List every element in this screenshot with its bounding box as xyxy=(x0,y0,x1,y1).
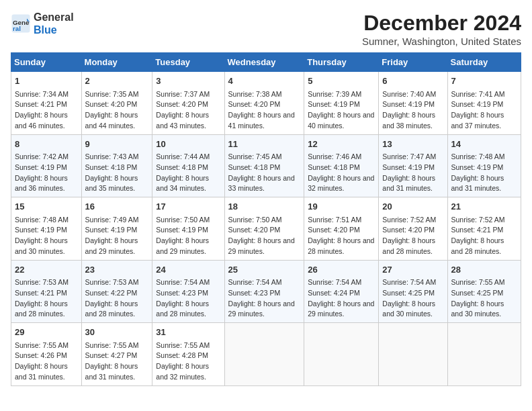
daylight-text: Daylight: 8 hours and 31 minutes. xyxy=(451,174,504,193)
day-header-tuesday: Tuesday xyxy=(152,53,224,72)
calendar-header-row: SundayMondayTuesdayWednesdayThursdayFrid… xyxy=(11,53,521,72)
day-number: 19 xyxy=(308,200,375,214)
calendar-cell: 22Sunrise: 7:53 AMSunset: 4:21 PMDayligh… xyxy=(11,260,82,323)
sunrise-text: Sunrise: 7:45 AM xyxy=(228,152,282,161)
sunrise-text: Sunrise: 7:47 AM xyxy=(382,152,436,161)
sunset-text: Sunset: 4:25 PM xyxy=(451,289,504,297)
sunset-text: Sunset: 4:24 PM xyxy=(308,289,360,297)
sunrise-text: Sunrise: 7:55 AM xyxy=(451,278,505,286)
sunset-text: Sunset: 4:18 PM xyxy=(85,163,138,171)
sunset-text: Sunset: 4:26 PM xyxy=(15,351,67,359)
day-number: 4 xyxy=(228,75,301,88)
sunrise-text: Sunrise: 7:53 AM xyxy=(15,278,69,286)
day-number: 27 xyxy=(382,263,443,277)
calendar-cell: 24Sunrise: 7:54 AMSunset: 4:23 PMDayligh… xyxy=(152,260,224,323)
sunset-text: Sunset: 4:19 PM xyxy=(156,226,208,234)
calendar-week-row: 1Sunrise: 7:34 AMSunset: 4:21 PMDaylight… xyxy=(11,72,521,135)
daylight-text: Daylight: 8 hours and 33 minutes. xyxy=(228,174,295,193)
sunrise-text: Sunrise: 7:54 AM xyxy=(156,278,210,286)
day-number: 18 xyxy=(228,200,301,214)
calendar-cell: 19Sunrise: 7:51 AMSunset: 4:20 PMDayligh… xyxy=(304,197,379,261)
sunset-text: Sunset: 4:19 PM xyxy=(15,226,67,234)
daylight-text: Daylight: 8 hours and 28 minutes. xyxy=(308,236,374,255)
calendar-cell: 9Sunrise: 7:43 AMSunset: 4:18 PMDaylight… xyxy=(81,134,152,197)
daylight-text: Daylight: 8 hours and 32 minutes. xyxy=(156,362,209,381)
day-number: 5 xyxy=(308,75,375,88)
day-number: 31 xyxy=(156,326,220,339)
sunset-text: Sunset: 4:19 PM xyxy=(85,226,138,234)
day-number: 17 xyxy=(156,200,220,214)
calendar-cell: 17Sunrise: 7:50 AMSunset: 4:19 PMDayligh… xyxy=(152,197,224,261)
sunset-text: Sunset: 4:19 PM xyxy=(451,100,504,108)
calendar-cell xyxy=(379,323,447,386)
day-number: 7 xyxy=(451,75,517,88)
calendar-cell: 23Sunrise: 7:53 AMSunset: 4:22 PMDayligh… xyxy=(81,260,152,323)
calendar-cell: 30Sunrise: 7:55 AMSunset: 4:27 PMDayligh… xyxy=(81,323,152,386)
daylight-text: Daylight: 8 hours and 36 minutes. xyxy=(15,174,68,193)
calendar-cell: 6Sunrise: 7:40 AMSunset: 4:19 PMDaylight… xyxy=(379,72,447,135)
calendar-cell: 16Sunrise: 7:49 AMSunset: 4:19 PMDayligh… xyxy=(81,197,152,261)
calendar-cell: 7Sunrise: 7:41 AMSunset: 4:19 PMDaylight… xyxy=(447,72,521,135)
daylight-text: Daylight: 8 hours and 38 minutes. xyxy=(382,111,435,130)
sunset-text: Sunset: 4:19 PM xyxy=(308,100,360,108)
day-number: 28 xyxy=(451,263,517,277)
calendar-cell: 26Sunrise: 7:54 AMSunset: 4:24 PMDayligh… xyxy=(304,260,379,323)
sunrise-text: Sunrise: 7:48 AM xyxy=(15,216,69,224)
day-header-wednesday: Wednesday xyxy=(224,53,304,72)
sunrise-text: Sunrise: 7:50 AM xyxy=(156,216,210,224)
day-number: 29 xyxy=(15,326,78,339)
day-number: 20 xyxy=(382,200,443,214)
sunrise-text: Sunrise: 7:41 AM xyxy=(451,90,505,98)
day-number: 11 xyxy=(228,138,301,151)
sunrise-text: Sunrise: 7:55 AM xyxy=(15,341,69,349)
calendar-cell: 4Sunrise: 7:38 AMSunset: 4:20 PMDaylight… xyxy=(224,72,304,135)
calendar-cell: 14Sunrise: 7:48 AMSunset: 4:19 PMDayligh… xyxy=(447,134,521,197)
sunrise-text: Sunrise: 7:48 AM xyxy=(451,152,505,161)
calendar-cell: 11Sunrise: 7:45 AMSunset: 4:18 PMDayligh… xyxy=(224,134,304,197)
calendar-cell: 10Sunrise: 7:44 AMSunset: 4:18 PMDayligh… xyxy=(152,134,224,197)
calendar-week-row: 29Sunrise: 7:55 AMSunset: 4:26 PMDayligh… xyxy=(11,323,521,386)
sunset-text: Sunset: 4:27 PM xyxy=(85,351,138,359)
daylight-text: Daylight: 8 hours and 37 minutes. xyxy=(451,111,504,130)
daylight-text: Daylight: 8 hours and 40 minutes. xyxy=(308,111,374,130)
daylight-text: Daylight: 8 hours and 34 minutes. xyxy=(156,174,209,193)
sunrise-text: Sunrise: 7:43 AM xyxy=(85,152,139,161)
day-number: 16 xyxy=(85,200,149,214)
sunrise-text: Sunrise: 7:51 AM xyxy=(308,216,361,224)
day-number: 10 xyxy=(156,138,220,151)
sunset-text: Sunset: 4:28 PM xyxy=(156,351,208,359)
day-number: 23 xyxy=(85,263,149,277)
day-number: 25 xyxy=(228,263,301,277)
daylight-text: Daylight: 8 hours and 28 minutes. xyxy=(451,236,504,255)
sunset-text: Sunset: 4:19 PM xyxy=(382,163,435,171)
sunset-text: Sunset: 4:20 PM xyxy=(308,226,360,234)
day-header-thursday: Thursday xyxy=(304,53,379,72)
day-number: 3 xyxy=(156,75,220,88)
calendar-week-row: 8Sunrise: 7:42 AMSunset: 4:19 PMDaylight… xyxy=(11,134,521,197)
sunrise-text: Sunrise: 7:35 AM xyxy=(85,90,139,98)
calendar-cell xyxy=(304,323,379,386)
day-number: 9 xyxy=(85,138,149,151)
calendar-cell: 1Sunrise: 7:34 AMSunset: 4:21 PMDaylight… xyxy=(11,72,82,135)
sunset-text: Sunset: 4:23 PM xyxy=(228,289,281,297)
sunset-text: Sunset: 4:23 PM xyxy=(156,289,208,297)
day-number: 26 xyxy=(308,263,375,277)
daylight-text: Daylight: 8 hours and 29 minutes. xyxy=(228,236,295,255)
day-number: 15 xyxy=(15,200,78,214)
calendar-cell: 12Sunrise: 7:46 AMSunset: 4:18 PMDayligh… xyxy=(304,134,379,197)
day-number: 13 xyxy=(382,138,443,151)
daylight-text: Daylight: 8 hours and 44 minutes. xyxy=(85,111,138,130)
calendar-cell xyxy=(447,323,521,386)
sunrise-text: Sunrise: 7:50 AM xyxy=(228,216,282,224)
sunset-text: Sunset: 4:20 PM xyxy=(156,100,208,108)
calendar-cell: 13Sunrise: 7:47 AMSunset: 4:19 PMDayligh… xyxy=(379,134,447,197)
calendar-cell: 8Sunrise: 7:42 AMSunset: 4:19 PMDaylight… xyxy=(11,134,82,197)
sunset-text: Sunset: 4:20 PM xyxy=(382,226,435,234)
daylight-text: Daylight: 8 hours and 43 minutes. xyxy=(156,111,209,130)
daylight-text: Daylight: 8 hours and 29 minutes. xyxy=(308,300,374,318)
sunrise-text: Sunrise: 7:53 AM xyxy=(85,278,139,286)
day-number: 1 xyxy=(15,75,78,88)
sunrise-text: Sunrise: 7:39 AM xyxy=(308,90,361,98)
sunset-text: Sunset: 4:19 PM xyxy=(382,100,435,108)
calendar-week-row: 15Sunrise: 7:48 AMSunset: 4:19 PMDayligh… xyxy=(11,197,521,261)
